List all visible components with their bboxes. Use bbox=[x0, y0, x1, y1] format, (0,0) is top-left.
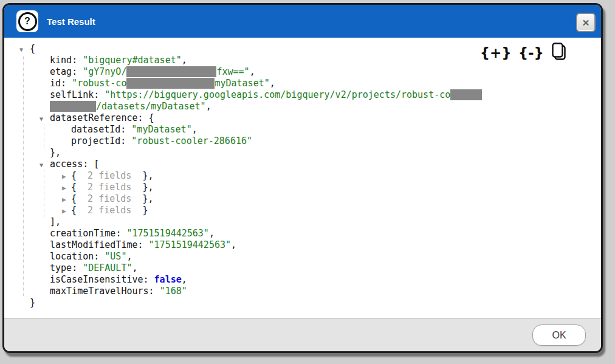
json-token: : bbox=[120, 124, 131, 135]
expand-node-arrow-icon[interactable]: ▶ bbox=[62, 205, 71, 217]
json-token: datasetId bbox=[71, 124, 120, 135]
close-button[interactable]: ✕ bbox=[576, 13, 596, 32]
json-line: } bbox=[4, 297, 601, 309]
json-token: : bbox=[143, 274, 154, 285]
json-line: etag: "gY7nyO/fxw==", bbox=[4, 66, 601, 78]
collapse-node-arrow-icon[interactable]: ▼ bbox=[19, 44, 30, 55]
json-line: ▶{ 2 fields }, bbox=[4, 170, 601, 182]
expand-node-arrow-icon[interactable]: ▶ bbox=[62, 171, 71, 182]
json-token: { bbox=[30, 43, 35, 54]
help-icon: ? bbox=[16, 10, 38, 32]
json-token: lastModifiedTime bbox=[50, 239, 138, 250]
json-token: "robust-cooler-286616" bbox=[131, 136, 252, 146]
json-token: "bigquery#dataset" bbox=[83, 55, 182, 66]
dialog-title: Test Result bbox=[47, 16, 95, 27]
json-token: { bbox=[71, 170, 77, 181]
json-line: ▼access: [ bbox=[4, 159, 601, 170]
json-token: , bbox=[250, 66, 255, 77]
redacted-text bbox=[126, 78, 215, 89]
json-token: : bbox=[61, 78, 72, 89]
json-token: 2 fields bbox=[77, 170, 142, 181]
json-token: , bbox=[206, 101, 211, 112]
json-token: , bbox=[209, 228, 215, 239]
json-token: }, bbox=[142, 170, 153, 181]
json-line: projectId: "robust-cooler-286616" bbox=[4, 136, 601, 147]
json-token: }, bbox=[142, 193, 153, 204]
json-viewer: {+} {-} ▼{kind: "bigquery#dataset",etag:… bbox=[4, 38, 601, 318]
json-line: location: "US", bbox=[4, 251, 601, 263]
json-token: "https://bigquery.googleapis.com/bigquer… bbox=[105, 89, 450, 100]
json-token: } bbox=[30, 297, 35, 308]
collapse-node-arrow-icon[interactable]: ▼ bbox=[40, 159, 50, 171]
json-token: : bbox=[72, 66, 83, 77]
json-token: : [ bbox=[83, 159, 99, 170]
json-token: false bbox=[154, 274, 182, 285]
question-mark-icon: ? bbox=[18, 12, 37, 31]
close-icon: ✕ bbox=[582, 18, 590, 27]
json-token: "myDataset" bbox=[131, 124, 191, 135]
json-token: fxw==" bbox=[216, 66, 249, 77]
json-token: { bbox=[71, 205, 77, 216]
json-line: ], bbox=[4, 216, 601, 228]
json-line: ▶{ 2 fields }, bbox=[4, 182, 601, 193]
dialog-titlebar: ? Test Result ✕ bbox=[4, 5, 601, 38]
json-token: : bbox=[120, 136, 131, 146]
json-token: datasetReference bbox=[50, 112, 138, 123]
json-token: projectId bbox=[71, 136, 120, 146]
json-token: : bbox=[115, 228, 126, 239]
json-token: 2 fields bbox=[77, 193, 142, 204]
json-token: : bbox=[72, 263, 83, 273]
json-token: , bbox=[126, 251, 132, 262]
json-token: : bbox=[94, 251, 105, 262]
expand-node-arrow-icon[interactable]: ▶ bbox=[62, 182, 71, 194]
json-token: }, bbox=[142, 182, 153, 193]
expand-node-arrow-icon[interactable]: ▶ bbox=[62, 194, 71, 205]
json-token: "1751519442563" bbox=[126, 228, 208, 239]
json-token: }, bbox=[50, 147, 61, 158]
ok-button[interactable]: OK bbox=[532, 325, 586, 346]
json-token: "168" bbox=[160, 286, 187, 297]
json-line: creationTime: "1751519442563", bbox=[4, 228, 601, 239]
json-token: maxTimeTravelHours bbox=[50, 286, 149, 297]
json-line: maxTimeTravelHours: "168" bbox=[4, 286, 601, 297]
json-token: id bbox=[50, 78, 61, 89]
redacted-text bbox=[50, 101, 96, 112]
json-line: /datasets/myDataset", bbox=[4, 101, 601, 112]
json-line: ▼datasetReference: { bbox=[4, 112, 601, 124]
redacted-text bbox=[126, 66, 216, 77]
json-token: , bbox=[182, 274, 187, 285]
json-token: : bbox=[138, 239, 149, 250]
json-token: "DEFAULT" bbox=[83, 263, 132, 273]
json-token: etag bbox=[50, 66, 72, 77]
json-token: , bbox=[192, 124, 198, 135]
json-token: selfLink bbox=[50, 89, 94, 100]
json-line: kind: "bigquery#dataset", bbox=[4, 55, 601, 66]
json-line: ▶{ 2 fields }, bbox=[4, 193, 601, 205]
collapse-node-arrow-icon[interactable]: ▼ bbox=[40, 113, 50, 125]
json-token: { bbox=[71, 193, 77, 204]
json-token: kind bbox=[50, 55, 72, 66]
json-token: 2 fields bbox=[77, 182, 142, 193]
json-line: id: "robust-comyDataset", bbox=[4, 78, 601, 89]
json-token: : bbox=[94, 89, 105, 100]
json-token: type bbox=[50, 263, 72, 273]
json-token: , bbox=[231, 239, 236, 250]
json-token: "1751519442563" bbox=[149, 239, 231, 250]
json-token: , bbox=[182, 55, 187, 66]
dialog-footer: OK bbox=[4, 318, 601, 351]
json-token: "robust-co bbox=[72, 78, 126, 89]
json-token: : bbox=[72, 55, 83, 66]
json-token: ], bbox=[50, 216, 61, 227]
json-tree: ▼{kind: "bigquery#dataset",etag: "gY7nyO… bbox=[4, 38, 601, 309]
json-token: access bbox=[50, 159, 83, 170]
json-line: }, bbox=[4, 147, 601, 159]
json-line: ▼{ bbox=[4, 43, 601, 55]
json-token: 2 fields bbox=[77, 205, 142, 216]
json-line: selfLink: "https://bigquery.googleapis.c… bbox=[4, 89, 601, 101]
json-token: "US" bbox=[105, 251, 126, 262]
json-token: location bbox=[50, 251, 94, 262]
redacted-text bbox=[450, 89, 482, 100]
json-token: , bbox=[270, 78, 275, 89]
json-line: datasetId: "myDataset", bbox=[4, 124, 601, 136]
json-token: isCaseInsensitive bbox=[50, 274, 143, 285]
